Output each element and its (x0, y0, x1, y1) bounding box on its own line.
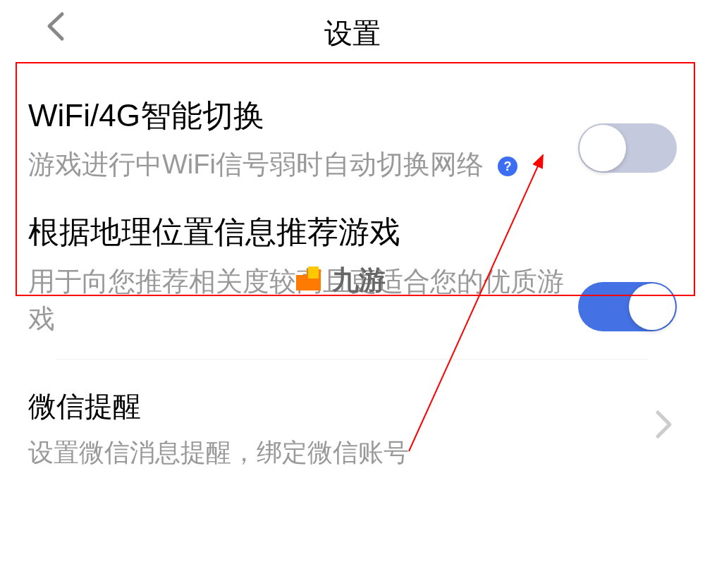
setting-content: 微信提醒 设置微信消息提醒，绑定微信账号 (28, 388, 634, 470)
setting-location-recommend[interactable]: 根据地理位置信息推荐游戏 用于向您推荐相关度较高且更适合您的优质游戏 (28, 204, 677, 359)
setting-wifi-switch[interactable]: WiFi/4G智能切换 游戏进行中WiFi信号弱时自动切换网络 ? (28, 74, 677, 204)
setting-description: 用于向您推荐相关度较高且更适合您的优质游戏 (28, 267, 564, 333)
toggle-knob (580, 125, 626, 171)
wifi-toggle[interactable] (578, 123, 677, 173)
chevron-right-icon (652, 407, 677, 445)
setting-description: 游戏进行中WiFi信号弱时自动切换网络 (28, 146, 484, 183)
settings-list: WiFi/4G智能切换 游戏进行中WiFi信号弱时自动切换网络 ? 根据地理位置… (0, 74, 705, 491)
page-title: 设置 (21, 14, 684, 53)
setting-content: WiFi/4G智能切换 游戏进行中WiFi信号弱时自动切换网络 ? (28, 95, 564, 183)
setting-description: 设置微信消息提醒，绑定微信账号 (28, 438, 409, 467)
setting-title: 根据地理位置信息推荐游戏 (28, 212, 564, 252)
setting-title: 微信提醒 (28, 388, 634, 424)
setting-content: 根据地理位置信息推荐游戏 用于向您推荐相关度较高且更适合您的优质游戏 (28, 212, 564, 338)
back-button[interactable] (42, 11, 70, 45)
setting-title: WiFi/4G智能切换 (28, 95, 564, 135)
header: 设置 (0, 0, 705, 74)
toggle-knob (629, 283, 675, 330)
setting-wechat-reminder[interactable]: 微信提醒 设置微信消息提醒，绑定微信账号 (28, 360, 677, 491)
help-icon[interactable]: ? (498, 157, 517, 176)
chevron-left-icon (42, 11, 70, 42)
location-toggle[interactable] (578, 282, 677, 331)
